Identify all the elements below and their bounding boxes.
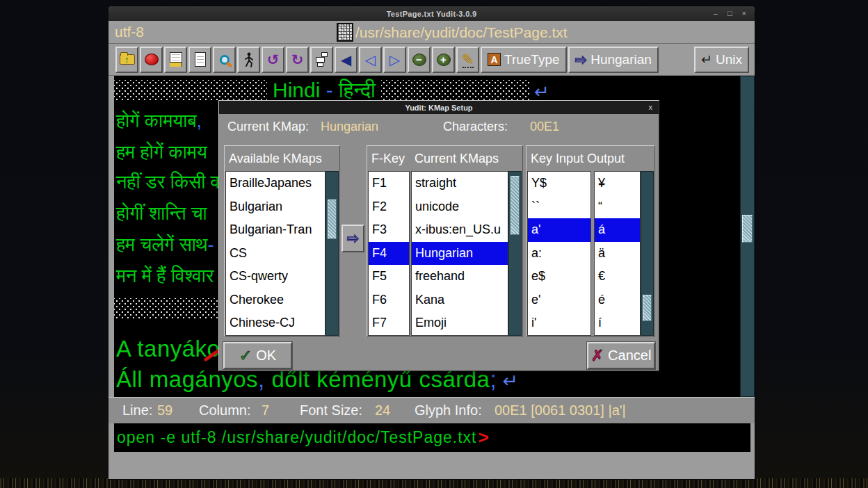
fkey-item[interactable]: F3 [369, 218, 409, 242]
redo-button[interactable]: ↻ [286, 47, 309, 73]
list-item[interactable]: Cherokee [226, 288, 325, 312]
kmap-item[interactable]: freehand [412, 265, 508, 288]
undo-button[interactable]: ↺ [262, 47, 284, 73]
list-item[interactable]: CS [226, 242, 325, 266]
new-document-button[interactable] [188, 47, 211, 73]
key-output-item[interactable]: € [595, 265, 640, 288]
find-button[interactable] [213, 47, 236, 73]
red-dot-icon [145, 54, 159, 65]
fkey-item[interactable]: F6 [369, 288, 409, 312]
minimize-button[interactable]: – [714, 10, 718, 17]
key-input-column[interactable]: Y$ `` a' a: e$ e' i' [527, 171, 591, 336]
available-kmaps-list[interactable]: BrailleJapanes Bulgarian Bulgarian-Tran … [225, 171, 326, 336]
file-path: /usr/share/yudit/doc/TestPage.txt [355, 24, 568, 41]
print-button[interactable] [164, 47, 187, 73]
list-item[interactable]: Chinese-CJ [226, 311, 325, 335]
key-input-item[interactable]: i' [528, 311, 590, 335]
minus-circle-icon: − [412, 54, 426, 66]
kmap-item[interactable]: unicode [412, 195, 508, 219]
arrow-right-icon: ⇨ [347, 231, 360, 245]
editor-scrollbar[interactable] [740, 76, 755, 397]
command-cursor: > [478, 427, 488, 448]
fkey-kmap-column[interactable]: straight unicode x-ibus:en_US.u Hungaria… [411, 171, 508, 336]
editor-scrollbar-thumb[interactable] [742, 215, 753, 243]
line-value: 59 [157, 402, 172, 418]
key-input-item[interactable]: `` [528, 195, 590, 219]
maximize-button[interactable]: □ [728, 10, 732, 17]
kmap-button-label: Hungarian [590, 52, 652, 67]
fkey-item-selected[interactable]: F4 [369, 242, 409, 266]
fkey-column[interactable]: F1 F2 F3 F4 F5 F6 F7 [368, 171, 410, 336]
cancel-button[interactable]: ✗ Cancel [587, 342, 655, 369]
heading-line: Hindi - हिन्दी [114, 79, 740, 101]
kmap-item[interactable]: x-ibus:en_US.u [412, 218, 508, 242]
characters-label: Characters: [443, 120, 508, 134]
kmap-item[interactable]: Emoji [412, 311, 508, 335]
list-item[interactable]: BrailleJapanes [226, 172, 325, 195]
close-button[interactable]: × [742, 10, 746, 17]
key-input-item-selected[interactable]: a' [528, 218, 590, 242]
key-output-item[interactable]: “ [595, 195, 640, 219]
key-output-item-selected[interactable]: á [595, 218, 640, 242]
dialog-close-button[interactable]: x [649, 103, 653, 111]
back-button[interactable]: ◀ [335, 47, 357, 73]
current-kmap-value: Hungarian [321, 120, 378, 134]
key-output-item[interactable]: ä [595, 242, 640, 266]
text-line: मन में हैं विश्वार [116, 266, 214, 293]
kmap-add-button[interactable]: ⇨ [341, 225, 364, 252]
path-group: /usr/share/yudit/doc/TestPage.txt [337, 23, 568, 42]
return-icon: ↵ [701, 53, 712, 67]
key-output-item[interactable]: é [595, 288, 640, 312]
key-map-scrollbar[interactable] [641, 171, 654, 336]
fkey-scrollbar[interactable] [508, 171, 522, 336]
open-file-button[interactable]: ↑ [115, 47, 138, 73]
font-button[interactable]: A TrueType [481, 47, 567, 73]
shrink-font-button[interactable]: − [408, 47, 431, 73]
x-icon: ✗ [591, 347, 604, 365]
charmap-grid-icon[interactable] [337, 23, 353, 42]
window-titlebar[interactable]: TestPage.txt Yudit-3.0.9 – □ × [108, 6, 755, 21]
key-input-item[interactable]: a: [528, 242, 590, 266]
linebreak-button[interactable]: ↵ Unix [694, 47, 749, 73]
command-input[interactable]: open -e utf-8 /usr/share/yudit/doc/TestP… [114, 423, 750, 452]
fkey-item[interactable]: F7 [369, 311, 409, 335]
freehand-button[interactable] [237, 47, 260, 73]
fkey-item[interactable]: F2 [369, 195, 409, 219]
encoding-label: utf-8 [115, 24, 144, 40]
ok-button[interactable]: ✓ OK [223, 342, 292, 369]
kmap-item-selected[interactable]: Hungarian [412, 242, 508, 266]
kmap-setup-button[interactable] [310, 47, 333, 73]
dialog-titlebar[interactable]: Yudit: KMap Setup x [219, 101, 659, 114]
prev-button[interactable]: ◁ [359, 47, 382, 73]
scrollbar-thumb[interactable] [643, 295, 652, 321]
list-item[interactable]: CS-qwerty [226, 265, 325, 288]
kmap-item[interactable]: Kana [412, 288, 508, 312]
yudit-window: TestPage.txt Yudit-3.0.9 – □ × utf-8 /us… [108, 6, 755, 480]
list-item[interactable]: Bulgarian-Tran [226, 218, 325, 242]
key-input-item[interactable]: e$ [528, 265, 590, 288]
grow-font-button[interactable]: + [432, 47, 455, 73]
kmap-item[interactable]: straight [412, 172, 508, 195]
text-line: हम चलेगें साथ- [116, 234, 214, 262]
scrollbar-thumb[interactable] [328, 200, 337, 239]
fkey-item[interactable]: F5 [369, 265, 409, 288]
scrollbar-thumb[interactable] [511, 176, 520, 235]
key-output-column[interactable]: ¥ “ á ä € é í [594, 171, 641, 336]
command-text: open -e utf-8 /usr/share/yudit/doc/TestP… [117, 428, 476, 447]
record-button[interactable] [140, 47, 163, 73]
kmap-select-button[interactable]: ⇨ Hungarian [568, 47, 659, 73]
next-button[interactable]: ▷ [383, 47, 406, 73]
key-input-item[interactable]: Y$ [528, 172, 590, 195]
list-item[interactable]: Bulgarian [226, 195, 325, 219]
document-icon [195, 52, 206, 67]
magnifier-icon [220, 55, 230, 65]
glyphinfo-label: Glyph Info: [415, 402, 482, 418]
key-input-item[interactable]: e' [528, 288, 590, 312]
pencil-button[interactable]: ✎ [456, 47, 479, 73]
key-output-item[interactable]: í [595, 311, 640, 335]
blocks-icon [316, 52, 328, 67]
fkey-item[interactable]: F1 [369, 172, 409, 195]
desktop: TestPage.txt Yudit-3.0.9 – □ × utf-8 /us… [0, 0, 868, 488]
available-kmaps-scrollbar[interactable] [326, 171, 339, 336]
key-output-item[interactable]: ¥ [595, 172, 640, 195]
